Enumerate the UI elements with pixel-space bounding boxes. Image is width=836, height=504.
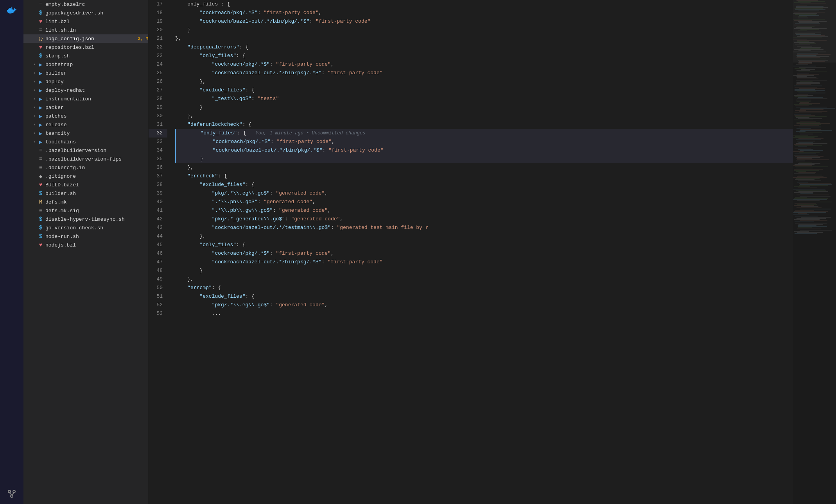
minimap-line — [798, 11, 819, 11]
sidebar-item-gitignore[interactable]: ◆.gitignore — [23, 172, 148, 181]
file-name: deploy — [45, 79, 148, 85]
sidebar-item-defs-mk[interactable]: Mdefs.mk — [23, 198, 148, 206]
line-number: 28 — [149, 95, 167, 103]
line-number: 21 — [149, 34, 167, 43]
folder-icon: ▶ — [38, 96, 44, 102]
syntax-punct: : { — [236, 52, 245, 60]
sidebar-item-defs-mk-sig[interactable]: ≡defs.mk.sig — [23, 206, 148, 215]
code-line: "errcheck": { — [175, 172, 793, 181]
minimap-line — [797, 218, 826, 219]
minimap-line — [796, 168, 813, 168]
sidebar-item-stamp-sh[interactable]: $stamp.sh — [23, 52, 148, 60]
minimap-line — [797, 57, 820, 58]
syntax-string: "first-party code" — [276, 249, 330, 258]
minimap-line — [793, 135, 808, 136]
sidebar-item-deploy-redhat[interactable]: ›▶deploy-redhat — [23, 86, 148, 95]
docker-icon[interactable] — [5, 3, 19, 17]
sidebar-item-release[interactable]: ›▶release — [23, 120, 148, 129]
line-number: 49 — [149, 275, 167, 284]
line-number: 20 — [149, 26, 167, 34]
minimap-line — [794, 192, 813, 193]
syntax-punct: , — [340, 215, 343, 223]
code-content[interactable]: only_files : { "cockroach/pkg/.*$": "fir… — [172, 0, 793, 504]
minimap-line — [793, 214, 809, 215]
minimap-line — [795, 179, 814, 180]
line-number: 39 — [149, 189, 167, 198]
folder-icon: ▶ — [38, 139, 44, 145]
sidebar-item-dockercfg-in[interactable]: ≡.dockercfg.in — [23, 163, 148, 172]
syntax-key: "cockroach/pkg/.*$" — [213, 138, 271, 146]
sidebar-item-node-run-sh[interactable]: $node-run.sh — [23, 232, 148, 241]
syntax-punct: , — [328, 206, 331, 215]
minimap-line — [795, 164, 814, 165]
minimap-line — [799, 22, 819, 23]
sidebar-item-deploy[interactable]: ›▶deploy — [23, 77, 148, 86]
sidebar-item-disable-hyperv-timesync-sh[interactable]: $disable-hyperv-timesync.sh — [23, 215, 148, 223]
sidebar-item-repositories-bzl[interactable]: ♥repositories.bzl — [23, 43, 148, 52]
syntax-key: "only_files" — [200, 129, 237, 138]
syntax-punct: }, — [175, 77, 206, 86]
sidebar-item-teamcity[interactable]: ›▶teamcity — [23, 129, 148, 138]
minimap-line — [793, 13, 817, 14]
sidebar-item-lint-sh-in[interactable]: ≡lint.sh.in — [23, 26, 148, 34]
code-line: ".*\\.pb\\.gw\\.go$": "generated code", — [175, 206, 793, 215]
minimap-line — [797, 76, 806, 77]
syntax-string: "generated code" — [291, 215, 340, 223]
code-line: "cockroach/bazel-out/.*/bin/pkg/.*$": "f… — [175, 17, 793, 26]
sidebar-item-nodejs-bzl[interactable]: ♥nodejs.bzl — [23, 241, 148, 249]
file-name: patches — [45, 113, 148, 119]
syntax-punct — [176, 138, 213, 146]
minimap-line — [795, 14, 816, 15]
sidebar-item-go-version-check-sh[interactable]: $go-version-check.sh — [23, 223, 148, 232]
sidebar-item-nogo-config-json[interactable]: {}nogo_config.json2, M — [23, 34, 148, 43]
line-number: 34 — [149, 146, 167, 155]
syntax-punct: : — [285, 215, 291, 223]
sidebar-item-packer[interactable]: ›▶packer — [23, 103, 148, 112]
minimap-line — [795, 115, 815, 116]
syntax-punct: : — [270, 301, 276, 309]
minimap-line — [795, 113, 822, 113]
minimap-line — [799, 67, 826, 68]
code-line: only_files : { — [175, 0, 793, 9]
minimap-line — [797, 79, 818, 79]
heart-icon: ♥ — [38, 242, 44, 248]
sidebar-item-empty-bazelrc[interactable]: ≡empty.bazelrc — [23, 0, 148, 9]
sidebar-item-lint-bzl[interactable]: ♥lint.bzl — [23, 17, 148, 26]
sidebar-item-bootstrap[interactable]: ›▶bootstrap — [23, 60, 148, 69]
sidebar-item-patches[interactable]: ›▶patches — [23, 112, 148, 120]
line-number: 36 — [149, 163, 167, 172]
chevron-icon — [31, 242, 38, 248]
chevron-icon — [31, 225, 38, 231]
line-number: 53 — [149, 309, 167, 318]
syntax-punct — [175, 69, 212, 77]
syntax-punct: : { — [212, 284, 221, 292]
diamond-icon: ◆ — [38, 173, 44, 179]
sidebar-item-toolchains[interactable]: ›▶toolchains — [23, 138, 148, 146]
sidebar-item-instrumentation[interactable]: ›▶instrumentation — [23, 95, 148, 103]
source-control-icon[interactable] — [5, 487, 19, 501]
syntax-punct: : { — [218, 172, 227, 181]
minimap-line — [798, 142, 813, 143]
sidebar-item-builder-sh[interactable]: $builder.sh — [23, 189, 148, 198]
svg-point-1 — [13, 490, 15, 493]
minimap-line — [798, 1, 825, 2]
minimap-line — [795, 223, 827, 223]
chevron-icon — [31, 27, 38, 33]
syntax-punct — [175, 292, 199, 301]
line-number: 29 — [149, 103, 167, 112]
minimap-line — [795, 197, 807, 198]
sidebar-item-bazelbuilderversion-fips[interactable]: ≡.bazelbuilderversion-fips — [23, 155, 148, 163]
chevron-icon: › — [31, 87, 38, 93]
sidebar-item-build-bazel[interactable]: ♥BUILD.bazel — [23, 181, 148, 189]
minimap-line — [796, 131, 806, 132]
code-line: "pkg/.*_generated\\.go$": "generated cod… — [175, 215, 793, 223]
sidebar-item-builder[interactable]: ›▶builder — [23, 69, 148, 77]
syntax-key: "only_files" — [199, 52, 236, 60]
file-name: empty.bazelrc — [45, 2, 148, 7]
folder-icon: ▶ — [38, 87, 44, 93]
sidebar-item-bazelbuilderversion[interactable]: ≡.bazelbuilderversion — [23, 146, 148, 155]
minimap-line — [800, 124, 820, 125]
minimap-line — [793, 189, 825, 189]
sidebar-item-gopackagesdriver-sh[interactable]: $gopackagesdriver.sh — [23, 9, 148, 17]
file-name: deploy-redhat — [45, 88, 148, 93]
